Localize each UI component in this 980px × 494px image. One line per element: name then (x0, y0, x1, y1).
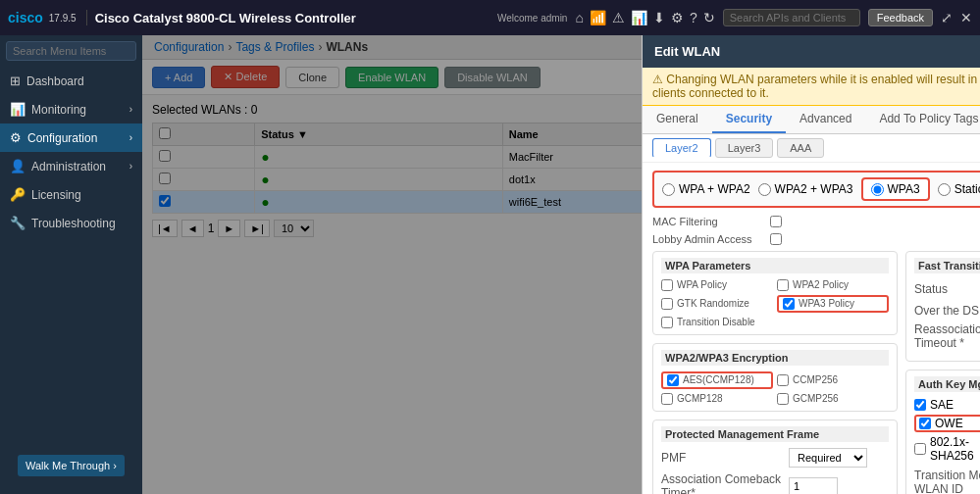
sidebar-item-label: Dashboard (26, 74, 84, 88)
aaa-tab[interactable]: AAA (777, 138, 824, 158)
modal-tabs: General Security Advanced Add To Policy … (643, 106, 980, 134)
transition-id-row: Transition Mode WLAN ID (914, 469, 980, 494)
close-topbar-icon[interactable]: ✕ (960, 10, 972, 25)
aes-ccmp128-checkbox[interactable] (667, 374, 679, 386)
wpa2-policy-checkbox[interactable] (777, 279, 789, 291)
ccmp256-label: CCMP256 (793, 374, 838, 386)
topbar-logo: cisco 17.9.5 (8, 10, 87, 25)
radio-static-wep[interactable]: Static WEP (938, 182, 980, 196)
wpa3-policy-label: WPA3 Policy (799, 298, 854, 310)
layer-tabs: Layer2 Layer3 AAA (643, 134, 980, 163)
gtk-randomize-item: GTK Randomize (661, 295, 773, 313)
sidebar-item-administration[interactable]: 👤 Administration › (0, 152, 142, 180)
ft-status-label: Status (914, 282, 980, 296)
wpa3-policy-checkbox[interactable] (783, 298, 795, 310)
topbar: cisco 17.9.5 Cisco Catalyst 9800-CL Wire… (0, 0, 980, 35)
gcmp256-item: GCMP256 (777, 393, 889, 405)
tab-general[interactable]: General (643, 106, 712, 133)
fast-transition-title: Fast Transition (914, 258, 980, 273)
owe-item: OWE (914, 415, 980, 432)
radio-wpa2-wpa3[interactable]: WPA2 + WPA3 (758, 182, 853, 196)
cisco-logo-icon: cisco (8, 10, 43, 25)
sidebar-item-configuration[interactable]: ⚙ Configuration › (0, 124, 142, 152)
chart-icon[interactable]: 📊 (631, 10, 647, 25)
sidebar-search-input[interactable] (6, 41, 136, 61)
monitoring-icon: 📊 (10, 102, 26, 117)
pmf-select[interactable]: Required Optional Disabled (789, 448, 867, 468)
ccmp256-checkbox[interactable] (777, 374, 789, 386)
layer2-tab[interactable]: Layer2 (652, 138, 711, 158)
layer3-tab[interactable]: Layer3 (715, 138, 774, 158)
aes-ccmp128-label: AES(CCMP128) (683, 374, 754, 386)
radio-wpa3[interactable]: WPA3 (861, 177, 930, 201)
gcmp256-checkbox[interactable] (777, 393, 789, 405)
transition-disable-label: Transition Disable (677, 317, 755, 328)
8021x-sha256-label: 802.1x-SHA256 (930, 435, 980, 463)
sae-checkbox[interactable] (914, 399, 926, 411)
refresh-icon[interactable]: ↻ (703, 10, 715, 25)
left-column: WPA Parameters WPA Policy WPA2 Policy (652, 251, 898, 494)
main-layout: ⊞ Dashboard 📊 Monitoring › ⚙ Configurati… (0, 35, 980, 494)
auth-grid: SAE FT + SAE OWE (914, 398, 980, 463)
sidebar-item-licensing[interactable]: 🔑 Licensing (0, 180, 142, 209)
sidebar-item-label: Troubleshooting (31, 217, 116, 230)
8021x-sha256-item: 802.1x-SHA256 (914, 435, 980, 463)
modal-title: Edit WLAN (654, 44, 720, 59)
configuration-icon: ⚙ (10, 130, 22, 145)
alert-icon[interactable]: ⚠ (612, 10, 625, 25)
download-icon[interactable]: ⬇ (653, 10, 665, 25)
transition-disable-checkbox[interactable] (661, 317, 673, 328)
lobby-admin-row: Lobby Admin Access (652, 233, 980, 245)
sidebar: ⊞ Dashboard 📊 Monitoring › ⚙ Configurati… (0, 35, 142, 494)
troubleshooting-icon: 🔧 (10, 216, 26, 230)
wpa-params-grid: WPA Policy WPA2 Policy GTK Randomize (661, 279, 889, 328)
topbar-title: Cisco Catalyst 9800-CL Wireless Controll… (95, 11, 490, 25)
main-content: Configuration › Tags & Profiles › WLANs … (142, 35, 980, 494)
wpa2-wpa3-encryption-section: WPA2/WPA3 Encryption AES(CCMP128) CCMP25… (652, 343, 898, 412)
feedback-button[interactable]: Feedback (868, 9, 933, 26)
owe-checkbox[interactable] (919, 418, 931, 429)
wpa-params-title: WPA Parameters (661, 258, 889, 273)
lobby-admin-label: Lobby Admin Access (652, 233, 770, 245)
mac-filtering-checkbox[interactable] (770, 216, 782, 227)
home-icon[interactable]: ⌂ (575, 10, 583, 25)
assoc-comeback-input[interactable] (789, 477, 838, 494)
wpa-radio-group: WPA + WPA2 WPA2 + WPA3 WPA3 Static WEP (652, 171, 980, 208)
modal-header: Edit WLAN ✕ (643, 35, 980, 68)
gcmp128-item: GCMP128 (661, 393, 773, 405)
assoc-comeback-label: Association Comeback Timer* (661, 472, 789, 494)
sidebar-item-monitoring[interactable]: 📊 Monitoring › (0, 95, 142, 124)
wpa-policy-checkbox[interactable] (661, 279, 673, 291)
gcmp256-label: GCMP256 (793, 393, 839, 405)
device-version: 17.9.5 (49, 13, 77, 24)
radio-wpa-wpa2[interactable]: WPA + WPA2 (662, 182, 750, 196)
api-search-input[interactable] (723, 9, 860, 26)
wpa-policy-item: WPA Policy (661, 279, 773, 291)
gear-icon[interactable]: ⚙ (671, 10, 684, 25)
tab-security[interactable]: Security (712, 106, 786, 133)
sidebar-item-label: Administration (31, 160, 106, 173)
sidebar-item-troubleshooting[interactable]: 🔧 Troubleshooting (0, 209, 142, 237)
fast-transition-section: Fast Transition Status Disabled Adaptive… (905, 251, 980, 362)
transition-id-label: Transition Mode WLAN ID (914, 469, 980, 494)
gtk-randomize-checkbox[interactable] (661, 298, 673, 310)
expand-icon[interactable]: ⤢ (941, 10, 953, 25)
tab-add-to-policy[interactable]: Add To Policy Tags (865, 106, 980, 133)
edit-wlan-modal: Edit WLAN ✕ ⚠ Changing WLAN parameters w… (642, 35, 980, 494)
wifi-icon[interactable]: 📶 (590, 10, 606, 25)
sidebar-item-label: Licensing (31, 188, 81, 202)
wpa2-policy-label: WPA2 Policy (793, 279, 849, 291)
help-icon[interactable]: ? (690, 10, 697, 25)
sae-label: SAE (930, 398, 954, 412)
8021x-sha256-checkbox[interactable] (914, 443, 926, 455)
lobby-admin-checkbox[interactable] (770, 233, 782, 245)
gcmp128-checkbox[interactable] (661, 393, 673, 405)
warning-text: ⚠ Changing WLAN parameters while it is e… (652, 73, 980, 100)
sidebar-item-dashboard[interactable]: ⊞ Dashboard (0, 67, 142, 95)
assoc-comeback-row: Association Comeback Timer* (661, 472, 889, 494)
topbar-icons: ⌂ 📶 ⚠ 📊 ⬇ ⚙ ? ↻ (575, 10, 714, 25)
wpa-parameters-section: WPA Parameters WPA Policy WPA2 Policy (652, 251, 898, 335)
tab-advanced[interactable]: Advanced (786, 106, 865, 133)
encryption-grid: AES(CCMP128) CCMP256 GCMP128 (661, 371, 889, 405)
walkme-button[interactable]: Walk Me Through › (18, 455, 125, 476)
